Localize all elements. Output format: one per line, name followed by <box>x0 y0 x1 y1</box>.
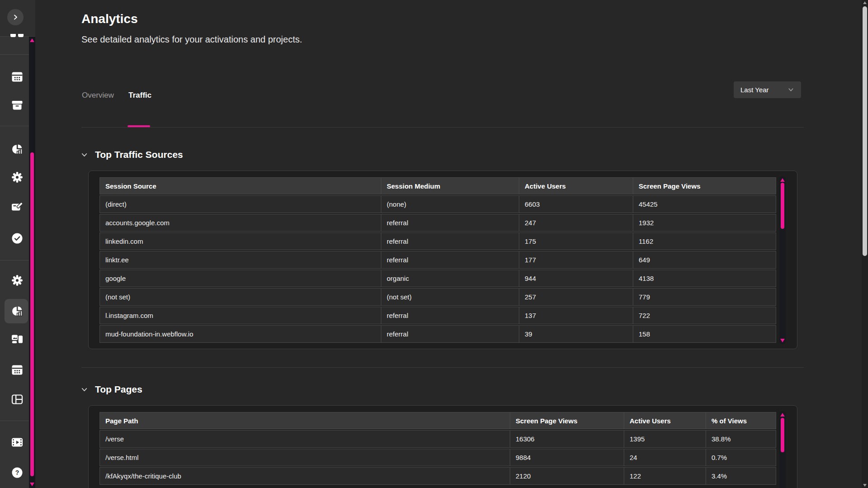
table-cell: 1162 <box>633 232 776 250</box>
table-row: /verse.html9884240.7% <box>100 449 776 466</box>
sidebar-item-calendar-2[interactable] <box>10 363 24 377</box>
sidebar-item-media[interactable] <box>10 332 24 346</box>
table-cell: accounts.google.com <box>100 214 381 232</box>
top-pages-table: Page PathScreen Page ViewsActive Users% … <box>100 411 776 486</box>
table-cell: (none) <box>381 195 519 213</box>
chevron-down-icon <box>81 151 88 159</box>
table-cell: google <box>100 270 381 287</box>
scroll-up-arrow-icon[interactable] <box>780 178 785 182</box>
pie-chart-icon <box>11 305 23 317</box>
chevron-down-icon <box>81 386 88 393</box>
sidebar-scrollbar[interactable] <box>29 37 35 488</box>
table-cell: 649 <box>633 251 776 269</box>
tab-traffic[interactable]: Traffic <box>128 91 152 100</box>
table-cell: l.instagram.com <box>100 307 381 324</box>
scroll-down-arrow-icon[interactable] <box>30 483 34 486</box>
sidebar-item-help[interactable] <box>10 466 24 479</box>
scroll-down-arrow-icon[interactable] <box>780 339 785 342</box>
table-cell: linkedin.com <box>100 232 381 250</box>
table-header-row: Session SourceSession MediumActive Users… <box>100 177 776 194</box>
table-row: l.instagram.comreferral137722 <box>100 307 776 324</box>
sidebar-item-layout[interactable] <box>10 393 24 406</box>
sidebar-item-compose[interactable] <box>10 200 24 214</box>
table-cell: 39 <box>519 325 633 343</box>
table-cell: 175 <box>519 232 633 250</box>
table-cell: 122 <box>624 467 706 485</box>
mail-compose-icon <box>11 201 23 213</box>
section-title: Top Pages <box>95 384 142 395</box>
table-cell: 779 <box>633 288 776 306</box>
table-cell: 9884 <box>510 449 624 466</box>
page-title: Analytics <box>81 12 138 26</box>
table-row: /kfAkyqx/the-critique-club21201223.4% <box>100 467 776 485</box>
table-cell: 158 <box>633 325 776 343</box>
sidebar-item-analytics-active[interactable] <box>10 304 24 318</box>
column-header: Page Path <box>100 412 510 429</box>
table-cell: 2120 <box>510 467 624 485</box>
table-cell: linktr.ee <box>100 251 381 269</box>
section-header-top-pages[interactable]: Top Pages <box>81 384 142 395</box>
main-content: Analytics See detailed analytics for you… <box>35 0 862 488</box>
sidebar-scrollbar-thumb[interactable] <box>30 152 34 476</box>
page-scrollbar-thumb[interactable] <box>863 6 867 256</box>
chevron-down-icon <box>787 86 794 93</box>
sidebar-item-calendar[interactable] <box>10 70 24 84</box>
calendar-icon <box>11 364 23 376</box>
traffic-sources-card: Session SourceSession MediumActive Users… <box>88 171 797 349</box>
calendar-icon <box>11 71 23 83</box>
table-header-row: Page PathScreen Page ViewsActive Users% … <box>100 412 776 429</box>
section-header-top-traffic-sources[interactable]: Top Traffic Sources <box>81 149 183 160</box>
table-row: accounts.google.comreferral2471932 <box>100 214 776 232</box>
table-cell: (not set) <box>381 288 519 306</box>
page-scrollbar[interactable] <box>862 0 868 488</box>
gear-icon <box>11 275 23 286</box>
scroll-up-arrow-icon[interactable] <box>863 1 867 4</box>
column-header: % of Views <box>706 412 776 429</box>
page-subtitle: See detailed analytics for your activati… <box>81 34 302 45</box>
column-header: Active Users <box>624 412 706 429</box>
table-cell: 45425 <box>633 195 776 213</box>
sidebar-expand-button[interactable] <box>7 9 24 25</box>
scroll-up-arrow-icon[interactable] <box>780 413 785 417</box>
column-header: Session Medium <box>381 177 519 194</box>
table-cell: 257 <box>519 288 633 306</box>
sidebar-item-settings[interactable] <box>10 171 24 184</box>
partially-scrolled-icon[interactable] <box>10 34 24 37</box>
divider <box>81 127 804 128</box>
table-cell: referral <box>381 307 519 324</box>
table-scrollbar[interactable] <box>779 411 786 488</box>
sidebar-item-analytics[interactable] <box>10 142 24 156</box>
table-cell: /kfAkyqx/the-critique-club <box>100 467 510 485</box>
table-cell: 722 <box>633 307 776 324</box>
column-header: Session Source <box>100 177 381 194</box>
period-filter-dropdown[interactable]: Last Year <box>734 81 801 98</box>
sidebar-item-settings-2[interactable] <box>10 274 24 287</box>
traffic-sources-table: Session SourceSession MediumActive Users… <box>100 176 776 344</box>
table-row: googleorganic9444138 <box>100 270 776 287</box>
table-cell: 6603 <box>519 195 633 213</box>
check-circle-icon <box>11 232 23 244</box>
sidebar-item-tasks[interactable] <box>10 232 24 245</box>
table-row: (not set)(not set)257779 <box>100 288 776 306</box>
tab-overview[interactable]: Overview <box>82 91 114 100</box>
table-cell: (direct) <box>100 195 381 213</box>
section-title: Top Traffic Sources <box>95 149 183 160</box>
scroll-down-arrow-icon[interactable] <box>863 484 867 487</box>
archive-icon <box>11 99 23 111</box>
scroll-up-arrow-icon[interactable] <box>30 38 34 42</box>
table-cell: /verse.html <box>100 449 510 466</box>
column-header: Screen Page Views <box>510 412 624 429</box>
media-devices-icon <box>11 333 23 345</box>
sidebar-item-videos[interactable] <box>10 436 24 449</box>
table-row: (direct)(none)660345425 <box>100 195 776 213</box>
sidebar-item-archive[interactable] <box>10 99 24 112</box>
column-header: Screen Page Views <box>633 177 776 194</box>
table-row: linkedin.comreferral1751162 <box>100 232 776 250</box>
chevron-right-icon <box>12 14 19 21</box>
table-scrollbar[interactable] <box>779 176 786 344</box>
gear-icon <box>11 171 23 183</box>
table-scrollbar-thumb[interactable] <box>781 183 784 229</box>
table-cell: referral <box>381 214 519 232</box>
table-scrollbar-thumb[interactable] <box>781 418 784 452</box>
table-cell: 177 <box>519 251 633 269</box>
